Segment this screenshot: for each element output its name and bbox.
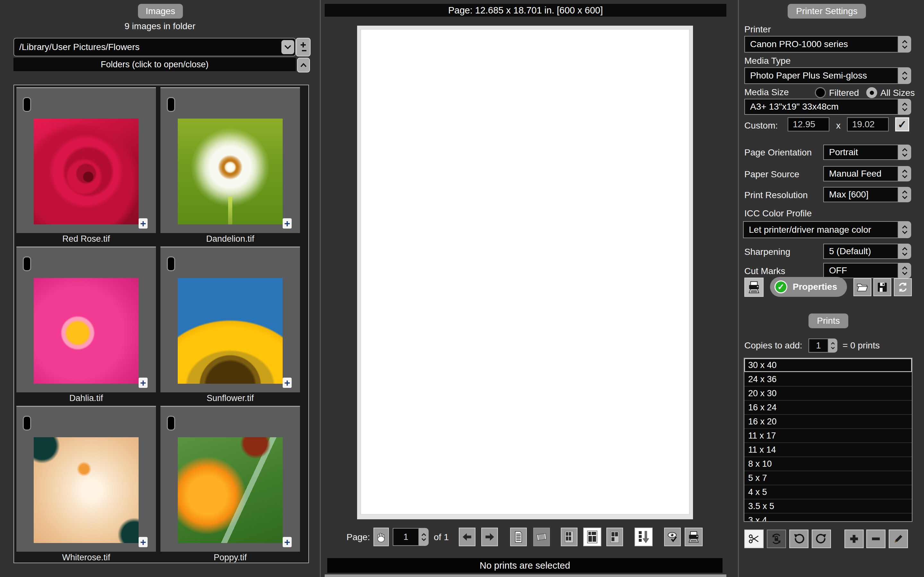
thumbnail-image-poppy[interactable] <box>178 437 283 543</box>
custom-width-field[interactable]: 12.95 <box>788 117 829 131</box>
prev-page-button[interactable] <box>459 528 475 546</box>
icc-profile-stepper[interactable] <box>898 221 911 238</box>
add-size-button[interactable] <box>845 530 864 548</box>
filtered-radio[interactable] <box>815 87 826 98</box>
ruler-tool-button[interactable] <box>533 528 550 546</box>
add-print-icon[interactable]: + <box>283 537 292 547</box>
thumbnail-image-red-rose[interactable] <box>34 119 139 224</box>
thumbnail-poppy[interactable]: + <box>160 406 300 552</box>
layout-grid-medium-button[interactable] <box>583 528 601 546</box>
thumbnail-checkbox[interactable] <box>23 256 31 271</box>
size-option[interactable]: 24 x 36 <box>744 372 912 387</box>
save-settings-button[interactable] <box>873 278 891 296</box>
thumbnail-image-sunflower[interactable] <box>178 278 283 384</box>
refresh-settings-button[interactable] <box>894 278 912 296</box>
edit-size-button[interactable] <box>889 530 908 548</box>
media-size-stepper[interactable] <box>898 99 911 115</box>
print-size-list[interactable]: 30 x 40 24 x 36 20 x 30 16 x 24 16 x 20 … <box>744 358 913 522</box>
icc-profile-select[interactable]: Let printer/driver manage color <box>743 221 898 238</box>
thumbnail-whiterose[interactable]: + <box>16 406 156 552</box>
preview-prints-button[interactable] <box>664 528 681 546</box>
rotate-cw-button[interactable] <box>812 530 831 548</box>
page-preview-area[interactable] <box>357 26 693 519</box>
print-setup-button[interactable] <box>744 277 764 297</box>
layout-grid-large-button[interactable] <box>606 528 623 546</box>
lock-rotation-button[interactable] <box>767 530 786 548</box>
pan-tool-button[interactable] <box>373 528 389 546</box>
thumbnail-image-dandelion[interactable] <box>178 119 283 224</box>
thumbnail-dahlia[interactable]: + <box>16 247 156 392</box>
properties-button[interactable]: ✓ Properties <box>770 277 847 297</box>
add-remove-folder-button[interactable] <box>296 38 310 56</box>
print-resolution-select[interactable]: Max [600] <box>823 187 898 202</box>
prints-tab-button[interactable]: Prints <box>809 314 848 328</box>
add-print-icon[interactable]: + <box>283 218 292 229</box>
paper-source-select[interactable]: Manual Feed <box>823 166 898 181</box>
thumbnail-dandelion[interactable]: + <box>160 87 300 233</box>
size-option[interactable]: 11 x 14 <box>744 443 912 457</box>
add-print-icon[interactable]: + <box>139 218 148 229</box>
add-print-icon[interactable]: + <box>139 378 148 388</box>
chevron-down-icon[interactable] <box>281 40 294 54</box>
thumbnail-image-dahlia[interactable] <box>34 278 139 384</box>
thumbnail-checkbox[interactable] <box>23 97 31 112</box>
remove-size-button[interactable] <box>866 530 885 548</box>
folders-toggle-bar[interactable]: Folders (click to open/close) <box>13 58 296 71</box>
custom-height-field[interactable]: 19.02 <box>847 117 889 131</box>
rotate-ccw-button[interactable] <box>789 530 809 548</box>
size-option[interactable]: 3 x 4 <box>744 514 912 522</box>
add-print-icon[interactable]: + <box>283 378 292 388</box>
autoflow-button[interactable] <box>635 528 653 546</box>
orientation-stepper[interactable] <box>898 145 911 160</box>
custom-size-checkbox[interactable]: ✓ <box>895 117 909 131</box>
size-option[interactable]: 8 x 10 <box>744 457 912 471</box>
folder-path-combobox[interactable]: /Library/User Pictures/Flowers <box>13 38 296 56</box>
cut-marks-stepper[interactable] <box>898 263 911 278</box>
size-option[interactable]: 5 x 7 <box>744 471 912 485</box>
printer-select[interactable]: Canon PRO-1000 series <box>744 36 898 53</box>
sharpening-stepper[interactable] <box>898 243 911 259</box>
print-queue-button[interactable] <box>510 528 527 546</box>
print-button[interactable] <box>685 528 703 546</box>
size-option[interactable]: 3.5 x 5 <box>744 500 912 514</box>
cut-marks-select[interactable]: OFF <box>823 263 898 278</box>
open-settings-button[interactable] <box>853 278 871 296</box>
thumbnail-checkbox[interactable] <box>167 256 175 271</box>
printer-settings-tab-button[interactable]: Printer Settings <box>788 4 866 19</box>
page-number-input[interactable]: 1 <box>393 528 419 546</box>
paper-source-stepper[interactable] <box>898 166 911 181</box>
thumbnail-image-whiterose[interactable] <box>34 437 139 543</box>
all-sizes-radio[interactable] <box>866 87 877 98</box>
next-page-button[interactable] <box>481 528 498 546</box>
all-sizes-radio-label[interactable]: All Sizes <box>880 88 915 98</box>
orientation-select[interactable]: Portrait <box>823 145 898 160</box>
copies-input[interactable]: 1 <box>809 338 829 353</box>
collapse-folders-button[interactable] <box>297 58 310 73</box>
size-option[interactable]: 4 x 5 <box>744 485 912 500</box>
copies-stepper[interactable] <box>829 338 837 353</box>
thumbnail-checkbox[interactable] <box>167 97 175 112</box>
images-tab-button[interactable]: Images <box>138 4 183 19</box>
layout-grid-small-button[interactable] <box>561 528 577 546</box>
page-number-stepper[interactable] <box>419 528 429 546</box>
printer-select-stepper[interactable] <box>898 36 911 53</box>
thumbnail-checkbox[interactable] <box>23 416 31 430</box>
size-option[interactable]: 16 x 20 <box>744 415 912 429</box>
horizontal-scrollbar[interactable] <box>325 574 726 577</box>
cut-print-button[interactable] <box>744 530 764 548</box>
sharpening-select[interactable]: 5 (Default) <box>823 243 898 259</box>
thumbnail-sunflower[interactable]: + <box>160 247 300 392</box>
add-print-icon[interactable]: + <box>139 537 148 547</box>
size-option[interactable]: 11 x 17 <box>744 429 912 443</box>
size-option-selected[interactable]: 30 x 40 <box>744 358 912 372</box>
size-option[interactable]: 16 x 24 <box>744 401 912 415</box>
print-resolution-stepper[interactable] <box>898 187 911 202</box>
media-type-select[interactable]: Photo Paper Plus Semi-gloss <box>744 67 898 84</box>
media-size-select[interactable]: A3+ 13"x19" 33x48cm <box>744 99 898 115</box>
page-canvas[interactable] <box>360 29 690 514</box>
thumbnail-checkbox[interactable] <box>167 416 175 430</box>
filtered-radio-label[interactable]: Filtered <box>829 88 859 98</box>
media-type-stepper[interactable] <box>898 67 911 84</box>
thumbnail-red-rose[interactable]: + <box>16 87 156 233</box>
size-option[interactable]: 20 x 30 <box>744 387 912 401</box>
